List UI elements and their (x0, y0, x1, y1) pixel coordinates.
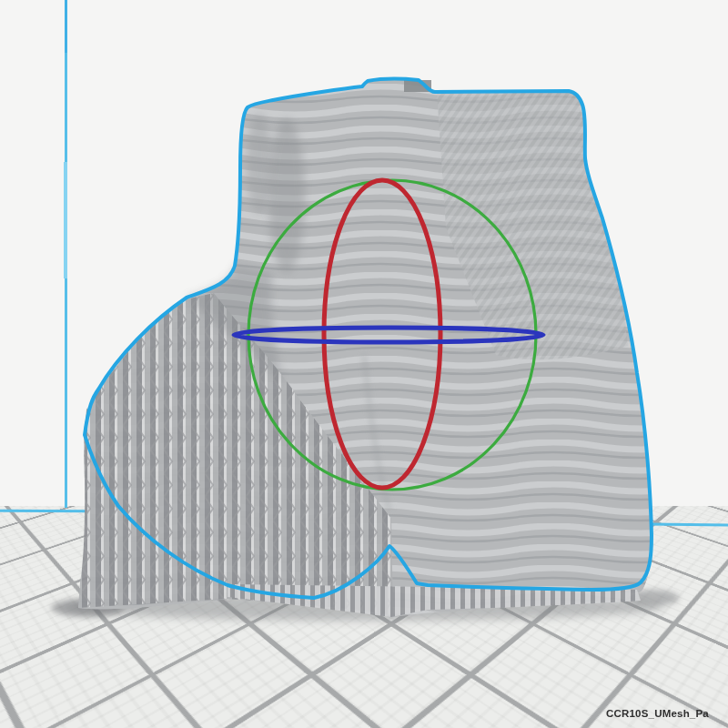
mesh-shading-left-corner (247, 114, 272, 214)
model-mesh[interactable] (78, 79, 652, 617)
model-filename-label: CCR10S_UMesh_Pa (606, 708, 709, 719)
model-scene (0, 0, 728, 728)
viewport-3d: CCR10S_UMesh_Pa (0, 0, 728, 728)
mesh-shading-streak (268, 118, 305, 273)
